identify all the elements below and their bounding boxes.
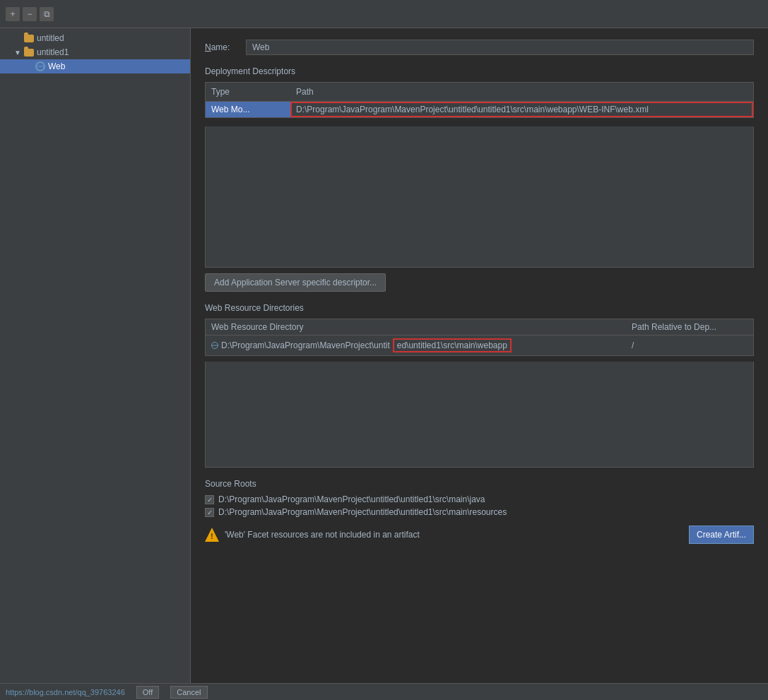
- name-value[interactable]: Web: [246, 40, 754, 55]
- deployment-type-cell: Web Mo...: [206, 102, 290, 117]
- off-button[interactable]: Off: [136, 686, 159, 699]
- web-resource-title: Web Resource Directories: [205, 303, 754, 313]
- arrow-icon-1: ▼: [14, 49, 21, 57]
- col-type-header: Type: [206, 85, 290, 99]
- add-icon[interactable]: +: [6, 7, 20, 21]
- name-row: Name: Web: [205, 40, 754, 55]
- csdn-link[interactable]: https://blog.csdn.net/qq_39763246: [6, 688, 125, 696]
- sidebar-item-label-2: Web: [48, 61, 65, 71]
- minus-icon[interactable]: −: [23, 7, 37, 21]
- sidebar-item-untitled1[interactable]: ▼ untitled1: [0, 45, 190, 59]
- warning-icon: [205, 528, 219, 542]
- checkbox-0[interactable]: [205, 495, 214, 504]
- main-content: Name: Web Deployment Descriptors Type Pa…: [191, 28, 768, 683]
- source-roots-section: Source Roots D:\Program\JavaProgram\Mave…: [205, 479, 754, 547]
- source-root-path-1: D:\Program\JavaProgram\MavenProject\unti…: [218, 507, 507, 517]
- wr-col-rel-header: Path Relative to Dep...: [626, 319, 753, 335]
- project-sidebar: untitled ▼ untitled1 Web: [0, 28, 191, 683]
- cancel-button[interactable]: Cancel: [170, 686, 207, 699]
- folder-icon: [24, 35, 34, 42]
- web-icon: [35, 61, 45, 71]
- wr-rel-cell: /: [626, 338, 753, 353]
- wr-table-header: Web Resource Directory Path Relative to …: [206, 319, 753, 336]
- warning-text: 'Web' Facet resources are not included i…: [225, 530, 683, 540]
- deployment-empty-area: [205, 126, 754, 268]
- source-root-1: D:\Program\JavaProgram\MavenProject\unti…: [205, 507, 754, 517]
- tree: untitled ▼ untitled1 Web: [0, 28, 190, 76]
- source-root-path-0: D:\Program\JavaProgram\MavenProject\unti…: [218, 494, 485, 504]
- checkbox-1[interactable]: [205, 508, 214, 517]
- sidebar-item-label: untitled: [37, 33, 64, 43]
- toolbar: + − ⧉: [0, 0, 768, 28]
- deployment-path-cell[interactable]: D:\Program\JavaProgram\MavenProject\unti…: [290, 102, 753, 117]
- warning-row: 'Web' Facet resources are not included i…: [205, 526, 754, 547]
- bottom-bar: https://blog.csdn.net/qq_39763246 Off Ca…: [0, 683, 768, 700]
- sidebar-item-web[interactable]: Web: [0, 59, 190, 73]
- wr-dir-prefix: D:\Program\JavaProgram\MavenProject\unti…: [221, 340, 390, 350]
- copy-icon[interactable]: ⧉: [40, 7, 54, 21]
- wr-col-dir-header: Web Resource Directory: [206, 319, 626, 335]
- deployment-table: Type Path Web Mo... D:\Program\JavaProgr…: [205, 82, 754, 118]
- web-resource-section: Web Resource Directories Web Resource Di…: [205, 303, 754, 468]
- deployment-section: Deployment Descriptors Type Path Web Mo.…: [205, 66, 754, 292]
- folder-icon-1: [24, 49, 34, 57]
- sidebar-item-untitled[interactable]: untitled: [0, 31, 190, 45]
- sidebar-item-label-1: untitled1: [37, 47, 69, 57]
- add-descriptor-button[interactable]: Add Application Server specific descript…: [205, 273, 386, 292]
- wr-table-row[interactable]: D:\Program\JavaProgram\MavenProject\unti…: [206, 336, 753, 355]
- wr-dir-highlighted[interactable]: ed\untitled1\src\main\webapp: [393, 338, 512, 352]
- deployment-title: Deployment Descriptors: [205, 66, 754, 76]
- name-label: Name:: [205, 42, 240, 52]
- table-row[interactable]: Web Mo... D:\Program\JavaProgram\MavenPr…: [206, 102, 753, 117]
- create-artifact-button[interactable]: Create Artif...: [689, 526, 754, 544]
- deployment-table-header: Type Path: [206, 83, 753, 102]
- wr-empty-area: [205, 362, 754, 468]
- col-path-header: Path: [290, 85, 753, 99]
- source-root-0: D:\Program\JavaProgram\MavenProject\unti…: [205, 494, 754, 504]
- wr-dir-cell: D:\Program\JavaProgram\MavenProject\unti…: [206, 336, 626, 355]
- wr-web-icon: [211, 342, 218, 349]
- source-roots-title: Source Roots: [205, 479, 754, 489]
- web-resource-table: Web Resource Directory Path Relative to …: [205, 319, 754, 356]
